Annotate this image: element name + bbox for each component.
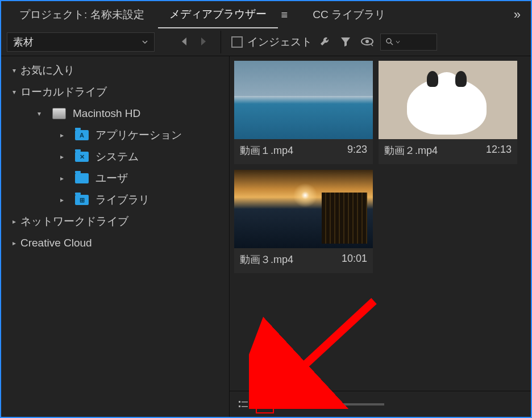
tree-system[interactable]: ▸ ✕ システム (1, 146, 229, 168)
folder-icon: A (74, 129, 90, 141)
zoom-knob[interactable] (282, 400, 291, 409)
media-browser-panel: プロジェクト: 名称未設定 メディアブラウザー ≡ CC ライブラリ » 素材 … (0, 0, 532, 418)
clip-name: 動画２.mp4 (384, 144, 438, 157)
chevron-right-icon: ▸ (8, 239, 20, 247)
dropdown-label: 素材 (13, 35, 34, 49)
chevron-right-icon: ▸ (56, 131, 68, 139)
clip-thumbnail (234, 61, 373, 139)
chevron-down-icon (142, 39, 148, 45)
media-clip[interactable]: 動画２.mp4 12:13 (379, 61, 517, 164)
toolbar: 素材 インジェスト (1, 28, 531, 56)
chevron-right-icon: ▸ (56, 196, 68, 204)
svg-point-2 (386, 39, 391, 43)
tree-local-drives[interactable]: ▾ ローカルドライブ (1, 81, 229, 103)
folder-icon: ✕ (74, 151, 90, 163)
svg-point-1 (365, 40, 369, 43)
tab-media-browser[interactable]: メディアブラウザー (158, 1, 278, 28)
tree-network-drives[interactable]: ▸ ネットワークドライブ (1, 211, 229, 232)
clip-duration: 9:23 (347, 144, 367, 157)
svg-rect-3 (239, 401, 240, 403)
panel-menu-icon[interactable]: ≡ (280, 9, 288, 22)
nav-forward-icon[interactable] (197, 35, 210, 49)
chevron-right-icon: ▸ (8, 218, 20, 225)
chevron-down-icon: ▾ (8, 66, 20, 74)
eye-icon[interactable] (360, 35, 373, 49)
tree-users[interactable]: ▸ ユーザ (1, 168, 229, 189)
search-icon (385, 37, 394, 47)
divider (221, 31, 221, 53)
search-input[interactable] (380, 34, 437, 51)
chevron-down-icon (396, 40, 400, 44)
list-view-icon[interactable] (235, 396, 251, 412)
clip-name: 動画３.mp4 (240, 253, 293, 266)
overflow-icon[interactable]: » (514, 7, 524, 22)
drive-icon (51, 107, 67, 120)
footer-toolbar (230, 391, 531, 417)
folder-icon: ⊞ (74, 194, 90, 206)
svg-rect-7 (261, 401, 269, 407)
tree-macintosh-hd[interactable]: ▾ Macintosh HD (1, 103, 229, 124)
media-grid-area: 動画１.mp4 9:23 動画２.mp4 12:13 (230, 56, 531, 417)
folder-tree: ▾ お気に入り ▾ ローカルドライブ ▾ Macintosh HD ▸ A アプ… (1, 56, 230, 417)
svg-rect-8 (261, 408, 269, 409)
ingest-label: インジェスト (247, 35, 312, 49)
svg-rect-6 (242, 406, 248, 407)
chevron-right-icon: ▸ (56, 174, 68, 182)
tab-project[interactable]: プロジェクト: 名称未設定 (8, 2, 156, 28)
svg-rect-5 (239, 406, 240, 407)
nav-back-icon[interactable] (178, 35, 192, 49)
tree-applications[interactable]: ▸ A アプリケーション (1, 124, 229, 146)
tree-favorites[interactable]: ▾ お気に入り (1, 60, 229, 81)
main-area: ▾ お気に入り ▾ ローカルドライブ ▾ Macintosh HD ▸ A アプ… (1, 56, 531, 417)
clip-duration: 12:13 (486, 144, 512, 157)
tab-cc-libraries[interactable]: CC ライブラリ (301, 2, 397, 28)
source-type-dropdown[interactable]: 素材 (7, 32, 155, 52)
tree-library[interactable]: ▸ ⊞ ライブラリ (1, 189, 229, 211)
thumbnail-view-icon[interactable] (257, 396, 273, 412)
chevron-down-icon: ▾ (33, 110, 45, 118)
wrench-icon[interactable] (319, 35, 332, 49)
clip-duration: 10:01 (342, 253, 367, 266)
media-clip[interactable]: 動画１.mp4 9:23 (234, 61, 373, 164)
filter-icon[interactable] (339, 35, 353, 49)
chevron-right-icon: ▸ (56, 153, 68, 161)
clip-name: 動画１.mp4 (240, 144, 293, 157)
chevron-down-icon: ▾ (8, 88, 20, 96)
ingest-toggle[interactable]: インジェスト (231, 35, 312, 49)
zoom-slider[interactable] (282, 403, 384, 406)
checkbox-icon (231, 36, 243, 48)
folder-icon (74, 172, 90, 185)
svg-rect-4 (242, 402, 248, 403)
clip-thumbnail (379, 61, 517, 139)
panel-tabs: プロジェクト: 名称未設定 メディアブラウザー ≡ CC ライブラリ » (1, 1, 531, 28)
tree-creative-cloud[interactable]: ▸ Creative Cloud (1, 232, 229, 254)
clip-thumbnail (234, 170, 373, 248)
media-clip[interactable]: 動画３.mp4 10:01 (234, 170, 373, 273)
media-grid: 動画１.mp4 9:23 動画２.mp4 12:13 (230, 56, 531, 391)
